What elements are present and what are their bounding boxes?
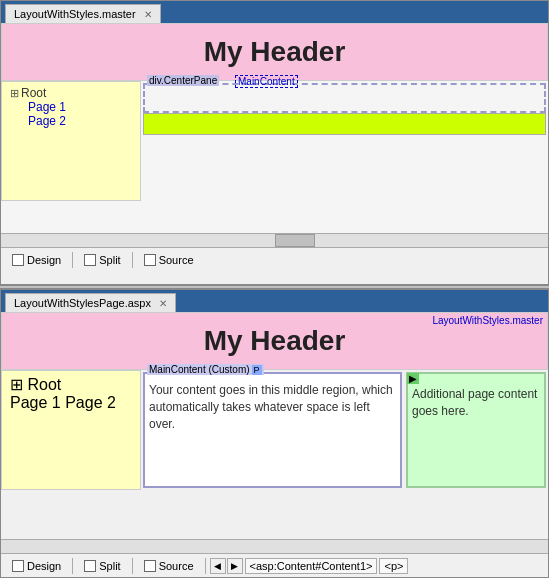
top-nav-root-label: Root: [21, 86, 46, 100]
tab-spacer: [161, 4, 548, 23]
bottom-split-label: Split: [99, 560, 120, 572]
bottom-content-main: MainContent (Custom) P Your content goes…: [143, 372, 402, 488]
top-design-btn[interactable]: Design: [5, 252, 68, 268]
master-link[interactable]: LayoutWithStyles.master: [432, 315, 543, 326]
top-content-label: div.CenterPane: [147, 75, 219, 86]
status-tag2[interactable]: <p>: [379, 558, 408, 574]
bottom-header-title: My Header: [2, 325, 547, 357]
top-pane: LayoutWithStyles.master ✕ My Header ⊞ Ro…: [0, 0, 549, 285]
top-scroll-thumb[interactable]: [275, 234, 315, 247]
bottom-content-right-label: ▶: [407, 373, 419, 384]
bottom-nav-page2[interactable]: Page 2: [65, 394, 116, 411]
bottom-expand-icon: ⊞: [10, 376, 23, 393]
source-icon: [144, 254, 156, 266]
arrow-right-btn[interactable]: ▶: [227, 558, 243, 574]
bottom-design-btn[interactable]: Design: [5, 558, 68, 574]
bottom-nav-root: ⊞ Root: [10, 375, 132, 394]
bottom-nav-panel: ⊞ Root Page 1 Page 2: [1, 370, 141, 490]
bottom-content-right-text: Additional page content goes here.: [412, 386, 540, 420]
bottom-split-icon: [84, 560, 96, 572]
status-arrows: ◀ ▶: [210, 558, 243, 574]
bottom-design-label: Design: [27, 560, 61, 572]
top-content-area: div.CenterPane MainContent: [141, 81, 548, 201]
top-nav-page1[interactable]: Page 1: [10, 100, 132, 114]
bottom-designer: My Header LayoutWithStyles.master ⊞ Root…: [1, 312, 548, 539]
bottom-source-btn[interactable]: Source: [137, 558, 201, 574]
design-icon: [12, 254, 24, 266]
top-body-area: ⊞ Root Page 1 Page 2 div.CenterPane Main…: [1, 81, 548, 201]
top-tab-close[interactable]: ✕: [144, 9, 152, 20]
bottom-pane: LayoutWithStylesPage.aspx ✕ My Header La…: [0, 289, 549, 578]
top-source-label: Source: [159, 254, 194, 266]
bottom-split-btn[interactable]: Split: [77, 558, 127, 574]
top-header-area: My Header: [1, 23, 548, 81]
top-content-label-right: MainContent: [235, 75, 298, 88]
bottom-nav-page1[interactable]: Page 1: [10, 394, 61, 411]
top-nav-root: ⊞ Root: [10, 86, 132, 100]
bottom-divider3: [205, 558, 206, 574]
bottom-divider2: [132, 558, 133, 574]
top-tab-bar: LayoutWithStyles.master ✕: [1, 1, 548, 23]
custom-badge: P: [252, 365, 262, 375]
bottom-tab-label: LayoutWithStylesPage.aspx: [14, 297, 151, 309]
bottom-source-label: Source: [159, 560, 194, 572]
top-nav-panel: ⊞ Root Page 1 Page 2: [1, 81, 141, 201]
top-toolbar: Design Split Source: [1, 247, 548, 271]
top-split-btn[interactable]: Split: [77, 252, 127, 268]
bottom-design-icon: [12, 560, 24, 572]
status-tag1[interactable]: <asp:Content#Content1>: [245, 558, 378, 574]
top-header-title: My Header: [2, 36, 547, 68]
top-yellow-bar: [143, 113, 546, 135]
bottom-content-main-text[interactable]: Your content goes in this middle region,…: [149, 382, 396, 432]
bottom-body-area: ⊞ Root Page 1 Page 2 MainContent (Custom…: [1, 370, 548, 490]
toolbar-divider2: [132, 252, 133, 268]
top-source-btn[interactable]: Source: [137, 252, 201, 268]
arrow-left-btn[interactable]: ◀: [210, 558, 226, 574]
bottom-tab-spacer: [176, 293, 548, 312]
toolbar-divider1: [72, 252, 73, 268]
bottom-tab-close[interactable]: ✕: [159, 298, 167, 309]
top-content-placeholder: div.CenterPane MainContent: [143, 83, 546, 113]
bottom-header-area: My Header LayoutWithStyles.master: [1, 312, 548, 370]
expand-icon: ⊞: [10, 87, 19, 100]
bottom-content-right: ▶ Additional page content goes here.: [406, 372, 546, 488]
top-scrollbar[interactable]: [1, 233, 548, 247]
bottom-content-main-label: MainContent (Custom) P: [147, 364, 264, 375]
bottom-tab[interactable]: LayoutWithStylesPage.aspx ✕: [5, 293, 176, 312]
bottom-nav-root-label: Root: [27, 376, 61, 393]
bottom-source-icon: [144, 560, 156, 572]
bottom-divider1: [72, 558, 73, 574]
bottom-tab-bar: LayoutWithStylesPage.aspx ✕: [1, 290, 548, 312]
top-split-label: Split: [99, 254, 120, 266]
bottom-status-bar: Design Split Source ◀ ▶ <asp:Content#Con…: [1, 553, 548, 577]
top-tab[interactable]: LayoutWithStyles.master ✕: [5, 4, 161, 23]
top-nav-page2[interactable]: Page 2: [10, 114, 132, 128]
top-designer: My Header ⊞ Root Page 1 Page 2 div.Cente…: [1, 23, 548, 233]
bottom-scrollbar[interactable]: [1, 539, 548, 553]
top-scroll-track: [1, 234, 548, 247]
split-icon: [84, 254, 96, 266]
top-design-label: Design: [27, 254, 61, 266]
top-tab-label: LayoutWithStyles.master: [14, 8, 136, 20]
